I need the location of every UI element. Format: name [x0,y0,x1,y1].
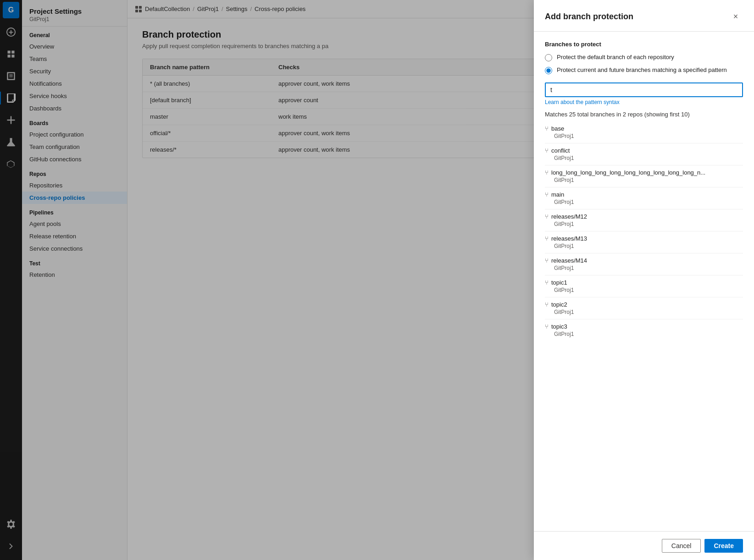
radio-option-default[interactable]: Protect the default branch of each repos… [545,53,743,61]
branch-item: ⑂ releases/M13 GitProj1 [545,231,743,253]
branch-name-row: ⑂ topic1 [545,279,743,286]
matches-info: Matches 25 total branches in 2 repos (sh… [545,111,743,118]
pattern-input[interactable] [545,82,743,97]
radio-pattern-label: Protect current and future branches matc… [557,66,727,74]
radio-default-branch[interactable] [545,54,552,61]
branch-name-row: ⑂ releases/M14 [545,257,743,264]
branch-repo: GitProj1 [545,177,743,183]
branch-icon: ⑂ [545,235,549,242]
branch-item: ⑂ long_long_long_long_long_long_long_lon… [545,165,743,187]
branch-repo: GitProj1 [545,243,743,249]
branch-name: releases/M12 [551,213,587,220]
branch-name-row: ⑂ releases/M13 [545,235,743,242]
branch-repo: GitProj1 [545,155,743,161]
radio-option-pattern[interactable]: Protect current and future branches matc… [545,66,743,74]
create-button[interactable]: Create [704,539,743,553]
branch-name-row: ⑂ base [545,125,743,132]
branch-name-row: ⑂ conflict [545,147,743,154]
branch-name: releases/M13 [551,235,587,242]
branch-icon: ⑂ [545,125,549,132]
branch-item: ⑂ main GitProj1 [545,187,743,209]
branch-name: releases/M14 [551,257,587,264]
branch-icon: ⑂ [545,213,549,220]
branch-item: ⑂ conflict GitProj1 [545,143,743,165]
branch-repo: GitProj1 [545,133,743,139]
branch-repo: GitProj1 [545,221,743,227]
branch-name-row: ⑂ main [545,191,743,198]
modal-panel: Add branch protection × Branches to prot… [534,0,754,560]
cancel-button[interactable]: Cancel [662,539,701,553]
branch-icon: ⑂ [545,147,549,154]
branch-repo: GitProj1 [545,265,743,271]
branch-icon: ⑂ [545,191,549,198]
branch-item: ⑂ topic2 GitProj1 [545,297,743,319]
branch-list: ⑂ base GitProj1 ⑂ conflict GitProj1 ⑂ lo… [545,121,743,341]
branch-name: main [551,191,564,198]
branch-repo: GitProj1 [545,287,743,293]
modal-section-label: Branches to protect [545,41,743,48]
branch-name: base [551,125,564,132]
modal-overlay: Add branch protection × Branches to prot… [0,0,754,560]
branch-item: ⑂ releases/M14 GitProj1 [545,253,743,275]
branch-icon: ⑂ [545,169,549,176]
branch-name-row: ⑂ long_long_long_long_long_long_long_lon… [545,169,743,176]
modal-body: Branches to protect Protect the default … [534,32,754,531]
branch-name: conflict [551,147,570,154]
branch-name: long_long_long_long_long_long_long_long_… [551,169,705,176]
modal-title: Add branch protection [545,12,633,22]
branch-name-row: ⑂ topic3 [545,323,743,330]
branch-name: topic2 [551,301,567,308]
pattern-hint-link[interactable]: Learn about the pattern syntax [545,99,743,105]
branch-icon: ⑂ [545,257,549,264]
branch-icon: ⑂ [545,301,549,308]
radio-default-label: Protect the default branch of each repos… [557,53,674,61]
radio-pattern-branch[interactable] [545,67,552,74]
branch-item: ⑂ releases/M12 GitProj1 [545,209,743,231]
branch-item: ⑂ topic3 GitProj1 [545,319,743,341]
modal-header: Add branch protection × [534,0,754,32]
branch-name: topic3 [551,323,567,330]
branch-icon: ⑂ [545,323,549,330]
branch-name-row: ⑂ topic2 [545,301,743,308]
branch-name-row: ⑂ releases/M12 [545,213,743,220]
branch-icon: ⑂ [545,279,549,286]
branch-repo: GitProj1 [545,331,743,337]
modal-close-button[interactable]: × [728,9,743,24]
modal-footer: Cancel Create [534,531,754,560]
branch-item: ⑂ base GitProj1 [545,121,743,143]
branch-repo: GitProj1 [545,309,743,315]
branch-item: ⑂ topic1 GitProj1 [545,275,743,297]
branch-repo: GitProj1 [545,199,743,205]
branch-name: topic1 [551,279,567,286]
